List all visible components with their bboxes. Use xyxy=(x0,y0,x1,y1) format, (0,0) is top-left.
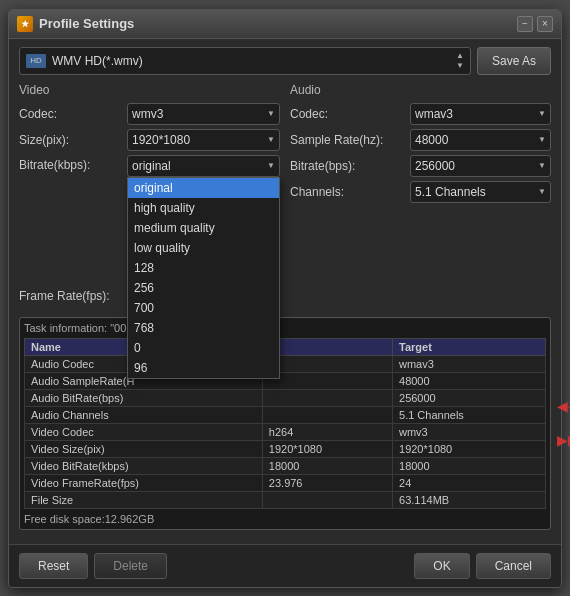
video-bitrate-label: Bitrate(kbps): xyxy=(19,155,127,172)
video-bitrate-dropdown-container: original ▼ original high quality medium … xyxy=(127,155,280,177)
row-video-codec-target: wmv3 xyxy=(393,423,546,440)
video-bitrate-arrow: ▼ xyxy=(267,161,275,170)
video-size-select[interactable]: 1920*1080 ▼ xyxy=(127,129,280,151)
audio-column: Audio Codec: wmav3 ▼ Sample Rate(hz): 48… xyxy=(290,83,551,311)
video-size-label: Size(pix): xyxy=(19,133,127,147)
table-row: Video BitRate(kbps) 18000 18000 xyxy=(25,457,546,474)
row-audio-ch-source xyxy=(262,406,392,423)
bottom-bar: Reset Delete OK Cancel xyxy=(9,544,561,587)
row-audio-codec-target: wmav3 xyxy=(393,355,546,372)
video-codec-label: Codec: xyxy=(19,107,127,121)
video-bitrate-menu: original high quality medium quality low… xyxy=(127,177,280,379)
table-row: Video Codec h264 wmv3 xyxy=(25,423,546,440)
profile-row: HD WMV HD(*.wmv) ▲ ▼ Save As xyxy=(19,47,551,75)
video-codec-select[interactable]: wmv3 ▼ xyxy=(127,103,280,125)
nav-forward-button[interactable]: ▶▶ xyxy=(557,433,570,447)
audio-bitrate-row: Bitrate(bps): 256000 ▼ xyxy=(290,155,551,177)
table-row: Audio Codec wmav3 xyxy=(25,355,546,372)
col-target-header: Target xyxy=(393,338,546,355)
video-bitrate-value: original xyxy=(132,159,171,173)
audio-channels-select[interactable]: 5.1 Channels ▼ xyxy=(410,181,551,203)
table-row: Audio Channels 5.1 Channels xyxy=(25,406,546,423)
bottom-left-buttons: Reset Delete xyxy=(19,553,167,579)
row-video-size-target: 1920*1080 xyxy=(393,440,546,457)
info-table: Name Target Audio Codec wmav3 Audio Samp xyxy=(24,338,546,509)
profile-name: WMV HD(*.wmv) xyxy=(52,54,456,68)
free-disk-space: Free disk space:12.962GB xyxy=(24,513,546,525)
nav-back-button[interactable]: ◀◀ xyxy=(557,399,570,413)
audio-codec-label: Codec: xyxy=(290,107,410,121)
row-video-fr-source: 23.976 xyxy=(262,474,392,491)
bitrate-option-768[interactable]: 768 xyxy=(128,318,279,338)
video-codec-row: Codec: wmv3 ▼ xyxy=(19,103,280,125)
video-bitrate-row: Bitrate(kbps): original ▼ original high … xyxy=(19,155,280,177)
row-audio-sr-target: 48000 xyxy=(393,372,546,389)
titlebar: ★ Profile Settings − × xyxy=(9,10,561,39)
settings-columns: Video Codec: wmv3 ▼ Size(pix): 1920*1080… xyxy=(19,83,551,311)
row-video-fr-target: 24 xyxy=(393,474,546,491)
video-bitrate-select[interactable]: original ▼ xyxy=(127,155,280,177)
window-title: Profile Settings xyxy=(39,16,517,31)
table-row: Video Size(pix) 1920*1080 1920*1080 xyxy=(25,440,546,457)
bitrate-option-700[interactable]: 700 xyxy=(128,298,279,318)
table-row: Audio SampleRate(H 48000 xyxy=(25,372,546,389)
audio-bitrate-select[interactable]: 256000 ▼ xyxy=(410,155,551,177)
row-video-br-source: 18000 xyxy=(262,457,392,474)
col-source-header xyxy=(262,338,392,355)
minimize-button[interactable]: − xyxy=(517,16,533,32)
bitrate-option-high[interactable]: high quality xyxy=(128,198,279,218)
profile-dropdown-arrows: ▲ ▼ xyxy=(456,51,464,70)
profile-icon: HD xyxy=(26,54,46,68)
delete-button[interactable]: Delete xyxy=(94,553,167,579)
bitrate-option-0[interactable]: 0 xyxy=(128,338,279,358)
bitrate-option-medium[interactable]: medium quality xyxy=(128,218,279,238)
audio-channels-label: Channels: xyxy=(290,185,410,199)
bitrate-option-original[interactable]: original xyxy=(128,178,279,198)
video-column: Video Codec: wmv3 ▼ Size(pix): 1920*1080… xyxy=(19,83,280,311)
main-content: HD WMV HD(*.wmv) ▲ ▼ Save As Video Codec… xyxy=(9,39,561,544)
row-filesize-target: 63.114MB xyxy=(393,491,546,508)
window-controls: − × xyxy=(517,16,553,32)
app-icon: ★ xyxy=(17,16,33,32)
ok-button[interactable]: OK xyxy=(414,553,469,579)
bitrate-option-low[interactable]: low quality xyxy=(128,238,279,258)
audio-section-label: Audio xyxy=(290,83,551,99)
audio-codec-select[interactable]: wmav3 ▼ xyxy=(410,103,551,125)
audio-samplerate-select[interactable]: 48000 ▼ xyxy=(410,129,551,151)
task-info-panel: Task information: "00 Name Target Audio … xyxy=(19,317,551,530)
cancel-button[interactable]: Cancel xyxy=(476,553,551,579)
row-video-br-target: 18000 xyxy=(393,457,546,474)
audio-samplerate-label: Sample Rate(hz): xyxy=(290,133,410,147)
video-codec-value: wmv3 xyxy=(132,107,163,121)
row-audio-sr-source xyxy=(262,372,392,389)
bitrate-option-128[interactable]: 128 xyxy=(128,258,279,278)
video-codec-arrow: ▼ xyxy=(267,109,275,118)
row-audio-ch-name: Audio Channels xyxy=(25,406,263,423)
row-filesize-name: File Size xyxy=(25,491,263,508)
table-row: Video FrameRate(fps) 23.976 24 xyxy=(25,474,546,491)
video-framerate-label: Frame Rate(fps): xyxy=(19,289,127,303)
row-video-codec-source: h264 xyxy=(262,423,392,440)
row-audio-br-source xyxy=(262,389,392,406)
close-button[interactable]: × xyxy=(537,16,553,32)
row-video-fr-name: Video FrameRate(fps) xyxy=(25,474,263,491)
bitrate-option-96[interactable]: 96 xyxy=(128,358,279,378)
row-video-codec-name: Video Codec xyxy=(25,423,263,440)
row-video-br-name: Video BitRate(kbps) xyxy=(25,457,263,474)
profile-select[interactable]: HD WMV HD(*.wmv) ▲ ▼ xyxy=(19,47,471,75)
audio-codec-arrow: ▼ xyxy=(538,109,546,118)
row-video-size-name: Video Size(pix) xyxy=(25,440,263,457)
save-as-button[interactable]: Save As xyxy=(477,47,551,75)
video-section-label: Video xyxy=(19,83,280,99)
bottom-right-buttons: OK Cancel xyxy=(414,553,551,579)
table-row: File Size 63.114MB xyxy=(25,491,546,508)
task-info-header: Task information: "00 xyxy=(24,322,546,334)
bitrate-option-256[interactable]: 256 xyxy=(128,278,279,298)
profile-settings-window: ★ Profile Settings − × HD WMV HD(*.wmv) … xyxy=(8,9,562,588)
audio-codec-value: wmav3 xyxy=(415,107,453,121)
video-size-arrow: ▼ xyxy=(267,135,275,144)
reset-button[interactable]: Reset xyxy=(19,553,88,579)
row-audio-codec-source xyxy=(262,355,392,372)
audio-bitrate-label: Bitrate(bps): xyxy=(290,159,410,173)
row-video-size-source: 1920*1080 xyxy=(262,440,392,457)
